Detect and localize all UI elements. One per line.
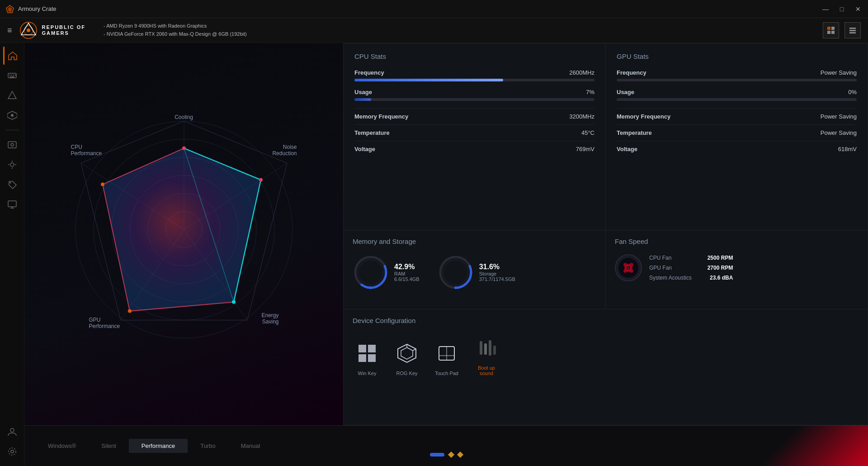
ram-name: RAM xyxy=(394,271,420,276)
cpu-temp-value: 45°C xyxy=(581,129,594,136)
close-button[interactable]: ✕ xyxy=(854,5,863,13)
header: ≡ REPUBLIC OFGAMERS - AMD Ryzen 9 4900HS… xyxy=(0,18,868,43)
storage-pct: 31.6% xyxy=(479,263,515,271)
touch-pad-label: Touch Pad xyxy=(435,371,458,376)
gpu-voltage-row: Voltage 618mV xyxy=(617,141,857,157)
svg-rect-15 xyxy=(9,75,10,76)
cpu-memory-row: Memory Frequency 3200MHz xyxy=(354,108,594,124)
sidebar-item-settings[interactable] xyxy=(3,442,21,461)
cpu-voltage-row: Voltage 769mV xyxy=(354,141,594,157)
gauge-row: 42.9% RAM 6.6/15.4GB xyxy=(353,254,596,290)
ram-gauge-label: 42.9% RAM 6.6/15.4GB xyxy=(394,263,420,282)
sidebar-item-system[interactable] xyxy=(3,195,21,214)
device-win-key[interactable]: Win Key xyxy=(353,339,382,376)
svg-point-62 xyxy=(443,260,468,285)
gpu-frequency-row: Frequency Power Saving xyxy=(617,69,857,76)
app-title: Armoury Crate xyxy=(18,5,57,12)
indicator-2 xyxy=(448,452,454,458)
sidebar-divider xyxy=(5,130,19,130)
view-toggle-1[interactable] xyxy=(823,22,839,38)
header-right xyxy=(823,22,861,38)
radar-label-cooling: Cooling xyxy=(175,114,193,120)
fan-icon-area: CPU Fan 2500 RPM GPU Fan 2700 RPM System… xyxy=(615,254,859,281)
mode-tab-turbo[interactable]: Turbo xyxy=(188,439,228,453)
view-toggle-2[interactable] xyxy=(844,22,861,38)
svg-rect-10 xyxy=(849,28,856,29)
cpu-frequency-bar xyxy=(354,79,594,81)
svg-rect-11 xyxy=(849,30,856,31)
sidebar-item-home[interactable] xyxy=(3,47,21,65)
boot-sound-label: Boot upsound xyxy=(478,365,495,376)
svg-point-59 xyxy=(369,286,372,289)
mode-tab-manual[interactable]: Manual xyxy=(228,439,273,453)
svg-rect-72 xyxy=(368,354,376,362)
indicator-1 xyxy=(430,453,444,456)
ram-gauge xyxy=(353,254,389,290)
sidebar-item-tag[interactable] xyxy=(3,176,21,194)
sidebar-item-keyboard[interactable] xyxy=(3,67,21,85)
gpu-temp-value: Power Saving xyxy=(821,129,857,136)
indicator-3 xyxy=(457,452,463,458)
svg-point-36 xyxy=(9,448,16,455)
gpu-frequency-value: Power Saving xyxy=(821,69,857,76)
ram-pct: 42.9% xyxy=(394,263,420,271)
titlebar: Armoury Crate — □ ✕ xyxy=(0,0,868,18)
stats-area: CPU Stats Frequency 2600MHz Usage 7% xyxy=(343,43,868,425)
red-accent xyxy=(741,425,868,466)
system-info: - AMD Ryzen 9 4900HS with Radeon Graphic… xyxy=(104,22,247,38)
cpu-usage-label: Usage xyxy=(354,89,372,95)
svg-rect-81 xyxy=(484,343,487,355)
acoustics-row: System Acoustics 23.6 dBA xyxy=(649,275,733,281)
sidebar-item-user[interactable] xyxy=(3,423,21,441)
maximize-button[interactable]: □ xyxy=(837,5,846,13)
rog-key-label: ROG Key xyxy=(396,371,417,376)
mode-tab-performance[interactable]: Performance xyxy=(129,439,188,453)
device-touch-pad[interactable]: Touch Pad xyxy=(432,339,461,376)
svg-rect-9 xyxy=(831,31,835,34)
window-controls: — □ ✕ xyxy=(821,5,863,13)
mode-tab-windows[interactable]: Windows® xyxy=(35,439,89,453)
svg-rect-23 xyxy=(8,142,16,148)
gpu-memory-row: Memory Frequency Power Saving xyxy=(617,108,857,124)
svg-point-63 xyxy=(454,286,457,289)
gpu-temp-row: Temperature Power Saving xyxy=(617,124,857,141)
sidebar-item-aura[interactable] xyxy=(3,86,21,105)
cpu-memory-value: 3200MHz xyxy=(569,113,594,120)
fan-icon xyxy=(615,254,642,281)
gpu-stats-panel: GPU Stats Frequency Power Saving Usage 0… xyxy=(606,43,868,230)
minimize-button[interactable]: — xyxy=(821,5,830,13)
radar-label-cpu: CPUPerformance xyxy=(71,143,102,156)
stats-top-row: CPU Stats Frequency 2600MHz Usage 7% xyxy=(343,43,868,230)
app-icon xyxy=(5,5,14,14)
radar-label-noise: NoiseReduction xyxy=(272,143,297,156)
mode-tab-silent[interactable]: Silent xyxy=(89,439,129,453)
rog-brand-text: REPUBLIC OFGAMERS xyxy=(42,24,86,36)
svg-point-34 xyxy=(10,428,14,432)
sidebar-item-gamevisual[interactable] xyxy=(3,136,21,154)
gpu-fan-label: GPU Fan xyxy=(649,265,672,271)
gpu-usage-bar xyxy=(617,98,857,101)
sidebar-item-customization[interactable] xyxy=(3,156,21,174)
memory-storage-title: Memory and Storage xyxy=(353,238,596,245)
svg-point-68 xyxy=(627,267,629,269)
svg-point-24 xyxy=(11,143,14,146)
device-rog-key[interactable]: ROG Key xyxy=(392,339,421,376)
cpu-fan-label: CPU Fan xyxy=(649,255,671,261)
cpu-frequency-bar-fill xyxy=(354,79,503,81)
stats-bottom-row: Memory and Storage xyxy=(343,230,868,309)
svg-line-76 xyxy=(413,349,416,351)
storage-name: Storage xyxy=(479,271,515,276)
sidebar xyxy=(0,43,24,466)
cpu-fan-value: 2500 RPM xyxy=(708,255,733,261)
sidebar-item-scenario[interactable] xyxy=(3,106,21,124)
svg-rect-71 xyxy=(359,354,366,362)
memory-storage-panel: Memory and Storage xyxy=(343,230,606,309)
device-boot-sound[interactable]: Boot upsound xyxy=(472,333,501,376)
svg-point-30 xyxy=(9,182,11,184)
touch-pad-icon xyxy=(432,339,461,368)
menu-button[interactable]: ≡ xyxy=(7,26,12,35)
svg-point-55 xyxy=(101,182,104,186)
cpu-memory-label: Memory Frequency xyxy=(354,113,408,120)
cpu-usage-value: 7% xyxy=(586,89,594,95)
svg-rect-8 xyxy=(827,31,830,34)
